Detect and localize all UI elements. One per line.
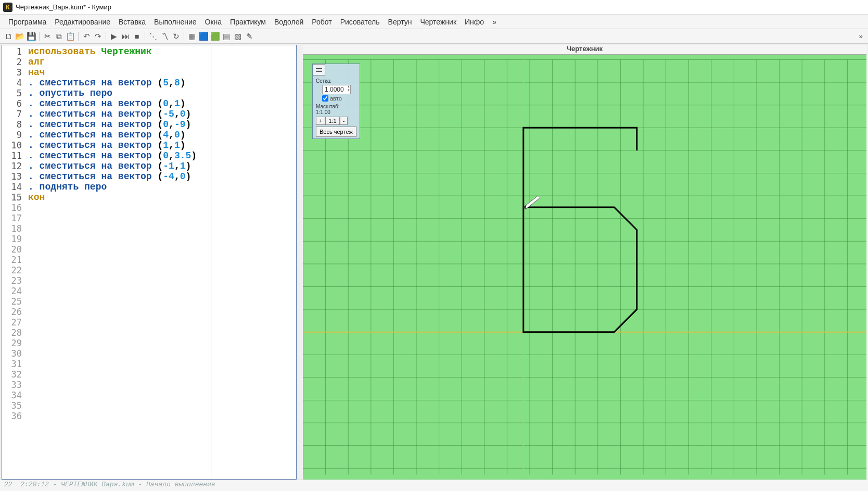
toolbar-separator: [39, 32, 40, 41]
redo-icon[interactable]: ↷: [93, 31, 103, 42]
scale-label: Масштаб:: [316, 104, 356, 109]
grid-label: Сетка:: [316, 78, 356, 84]
menu-item[interactable]: Вертун: [384, 16, 416, 28]
menu-item[interactable]: Программа: [4, 16, 50, 28]
app-icon: К: [3, 3, 12, 12]
scale-value: 1:1.00: [316, 109, 356, 115]
menu-item[interactable]: Рисователь: [336, 16, 384, 28]
workspace: 1234567891011121314151617181920212223242…: [0, 44, 868, 480]
menu-item[interactable]: Выполнение: [150, 16, 200, 28]
status-bar: 22 2:20:12 - ЧЕРТЕЖНИК Варя.kum - Начало…: [0, 480, 868, 491]
editor-margin: [211, 45, 296, 479]
open-file-icon[interactable]: 📂: [15, 31, 25, 42]
menu-bar: ПрограммаРедактированиеВставкаВыполнение…: [0, 15, 868, 29]
editor-pane: 1234567891011121314151617181920212223242…: [2, 45, 297, 480]
new-file-icon[interactable]: 🗋: [3, 31, 14, 42]
drawing-svg: [303, 55, 866, 480]
actor3-icon[interactable]: ↻: [171, 31, 181, 42]
toolbar-separator: [184, 32, 184, 41]
save-file-icon[interactable]: 💾: [26, 31, 36, 42]
auto-checkbox-input[interactable]: [322, 95, 328, 102]
window-title: Чертежник_Варя.kum* - Кумир: [16, 3, 111, 11]
menu-item[interactable]: Водолей: [270, 16, 308, 28]
canvas-controls: Сетка: 1.0000 авто Масштаб: 1:1.00 + 1:1…: [312, 64, 360, 139]
toolbar-separator: [78, 32, 79, 41]
copy-icon[interactable]: ⧉: [54, 31, 64, 42]
menu-item[interactable]: Окна: [201, 16, 226, 28]
menu-item[interactable]: »: [488, 16, 501, 28]
title-bar: К Чертежник_Варя.kum* - Кумир: [0, 0, 868, 15]
menu-item[interactable]: Инфо: [461, 16, 488, 28]
grid-spinner[interactable]: 1.0000: [322, 85, 351, 94]
drawing-canvas[interactable]: Сетка: 1.0000 авто Масштаб: 1:1.00 + 1:1…: [303, 54, 866, 480]
menu-item[interactable]: Вставка: [114, 16, 150, 28]
fit-button[interactable]: Весь чертеж: [316, 127, 356, 137]
menu-item[interactable]: Практикум: [226, 16, 270, 28]
toolbar: 🗋 📂 💾 ✂ ⧉ 📋 ↶ ↷ ▶ ⏭ ■ ⋱ 〽 ↻ ▦ 🟦 🟩 ▤ ▧ ✎ …: [0, 29, 868, 44]
panel6-icon[interactable]: ✎: [244, 31, 254, 42]
code-area[interactable]: использовать Чертежникалгнач. сместиться…: [25, 45, 211, 479]
step-icon[interactable]: ⏭: [120, 31, 131, 42]
run-icon[interactable]: ▶: [109, 31, 119, 42]
panel5-icon[interactable]: ▧: [233, 31, 243, 42]
actor2-icon[interactable]: 〽: [159, 31, 170, 42]
toolbar-separator: [145, 32, 145, 41]
menu-item[interactable]: Чертежник: [416, 16, 461, 28]
visualizer-pane: Чертежник Сетка: 1.0000 авто Масштаб: 1:…: [303, 45, 866, 480]
zoom-reset-button[interactable]: 1:1: [325, 117, 339, 125]
panel1-icon[interactable]: ▦: [187, 31, 197, 42]
visualizer-title: Чертежник: [303, 45, 866, 54]
undo-icon[interactable]: ↶: [81, 31, 92, 42]
stop-icon[interactable]: ■: [132, 31, 142, 42]
zoom-in-button[interactable]: +: [316, 117, 325, 125]
toolbar-overflow[interactable]: »: [857, 32, 865, 40]
line-gutter: 1234567891011121314151617181920212223242…: [2, 45, 25, 479]
auto-checkbox[interactable]: авто: [322, 95, 356, 102]
hamburger-icon[interactable]: [313, 64, 325, 75]
actor-icon[interactable]: ⋱: [148, 31, 158, 42]
toolbar-separator: [106, 32, 106, 41]
editor-body: 1234567891011121314151617181920212223242…: [2, 45, 296, 479]
paste-icon[interactable]: 📋: [65, 31, 75, 42]
menu-item[interactable]: Редактирование: [50, 16, 114, 28]
zoom-out-button[interactable]: -: [340, 117, 348, 125]
cut-icon[interactable]: ✂: [42, 31, 53, 42]
panel4-icon[interactable]: ▤: [221, 31, 232, 42]
panel2-icon[interactable]: 🟦: [198, 31, 209, 42]
menu-item[interactable]: Робот: [308, 16, 336, 28]
panel3-icon[interactable]: 🟩: [210, 31, 220, 42]
auto-checkbox-label: авто: [330, 95, 342, 102]
